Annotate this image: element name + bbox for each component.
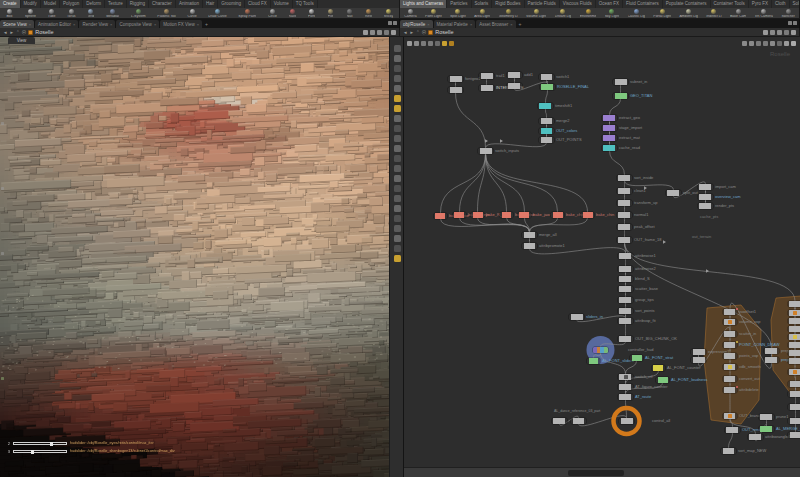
hud-slider-handle[interactable]: [31, 450, 34, 455]
graph-node[interactable]: [618, 286, 633, 292]
display-option-active-icon[interactable]: [394, 95, 401, 102]
shelf-tool-left[interactable]: File: [321, 9, 340, 18]
net-topbar-icon[interactable]: [749, 41, 754, 46]
graph-node[interactable]: [788, 342, 800, 348]
shelf-tool-right[interactable]: Portal Light: [649, 9, 675, 18]
graph-node[interactable]: [619, 418, 634, 424]
shelf-tab-left[interactable]: Model: [41, 0, 60, 8]
network-path-left[interactable]: Roselle: [35, 29, 53, 35]
shelf-tab-right[interactable]: Pyro FX: [749, 0, 772, 8]
pane-tab-close-icon[interactable]: ×: [197, 22, 199, 27]
display-option-icon[interactable]: [394, 135, 401, 142]
shelf-tool-left[interactable]: Rest: [359, 9, 378, 18]
shelf-tab-right[interactable]: Lights and Cameras: [400, 0, 447, 8]
graph-node[interactable]: [551, 212, 564, 218]
node-flag-icon[interactable]: [728, 320, 732, 324]
graph-node[interactable]: [698, 203, 713, 209]
pane-tab-close-icon[interactable]: ×: [470, 22, 472, 27]
shelf-tab-left[interactable]: Cloud FX: [245, 0, 271, 8]
graph-node[interactable]: [602, 115, 617, 121]
graph-node[interactable]: [602, 125, 617, 131]
graph-node[interactable]: [538, 103, 553, 109]
graph-node[interactable]: [788, 418, 800, 424]
shelf-tab-left[interactable]: Deform: [83, 0, 105, 8]
graph-node[interactable]: [453, 212, 466, 218]
pane-split-icon[interactable]: [788, 21, 792, 25]
shelf-tool-left[interactable]: Torus: [61, 9, 81, 18]
snapshot-icon[interactable]: [370, 30, 375, 35]
pane-tab-close-icon[interactable]: ×: [427, 22, 429, 27]
net-topbar-icon[interactable]: [449, 41, 454, 46]
viewport-left-icon[interactable]: [1, 252, 4, 255]
display-option-icon[interactable]: [394, 165, 401, 172]
graph-node[interactable]: [602, 145, 617, 151]
graph-node[interactable]: [618, 276, 633, 282]
network-path-right[interactable]: Roselle: [435, 29, 453, 35]
graph-node[interactable]: [602, 135, 617, 141]
shelf-tool-left[interactable]: Curve: [182, 9, 203, 18]
shelf-tab-right[interactable]: Solid: [790, 0, 799, 8]
pane-tab-close-icon[interactable]: ×: [110, 22, 112, 27]
shelf-tab-right[interactable]: Particle Fluids: [525, 0, 560, 8]
graph-node[interactable]: [593, 347, 608, 353]
graph-node[interactable]: [691, 357, 706, 363]
node-flag-icon[interactable]: [624, 375, 628, 379]
shelf-tab-left[interactable]: Polygon: [60, 0, 83, 8]
shelf-tab-left[interactable]: Grooming: [218, 0, 245, 8]
forward-arrow-icon[interactable]: ►: [409, 28, 413, 37]
display-option-icon[interactable]: [394, 125, 401, 132]
graph-node[interactable]: [723, 309, 737, 315]
graph-node[interactable]: [539, 118, 554, 124]
display-option-icon[interactable]: [394, 155, 401, 162]
node-flag-icon[interactable]: [793, 311, 797, 315]
net-topbar-icon[interactable]: [414, 41, 419, 46]
graph-node[interactable]: [788, 318, 800, 324]
graph-node[interactable]: [618, 308, 633, 314]
graph-node[interactable]: [788, 350, 800, 356]
shelf-tool-right[interactable]: Ambient Lig: [675, 9, 702, 18]
shelf-tool-left[interactable]: Null: [340, 9, 359, 18]
graph-node[interactable]: [652, 365, 665, 371]
graph-node[interactable]: [630, 355, 643, 361]
net-topbar-icon[interactable]: [435, 41, 440, 46]
graph-node[interactable]: [698, 184, 713, 190]
display-option-icon[interactable]: [394, 75, 401, 82]
graph-node[interactable]: [618, 374, 633, 380]
shelf-tool-left[interactable]: Grid: [81, 9, 100, 18]
pane-tab-close-icon[interactable]: ×: [73, 22, 75, 27]
display-option-icon[interactable]: [394, 205, 401, 212]
graph-node[interactable]: [723, 331, 737, 337]
node-flag-icon[interactable]: [728, 365, 732, 369]
network-bottom-box[interactable]: [568, 470, 624, 476]
graph-node[interactable]: [478, 148, 493, 154]
graph-node[interactable]: [613, 93, 628, 99]
shelf-tab-left[interactable]: Animation: [176, 0, 203, 8]
hud-slider-track[interactable]: [13, 450, 67, 453]
shelf-tab-left[interactable]: Hair: [203, 0, 218, 8]
graph-node[interactable]: [723, 387, 737, 393]
graph-node[interactable]: [618, 336, 633, 342]
pane-tab-left[interactable]: Motion FX View×: [160, 20, 202, 28]
shelf-tool-left[interactable]: Font: [302, 9, 321, 18]
display-option-active-icon[interactable]: [394, 255, 401, 262]
graph-node[interactable]: [617, 212, 632, 218]
graph-node[interactable]: [617, 188, 632, 194]
graph-node[interactable]: [788, 310, 800, 316]
shelf-tool-left[interactable]: Metaball: [100, 9, 125, 18]
graph-node[interactable]: [759, 426, 774, 432]
shelf-tool-right[interactable]: VR Camera: [750, 9, 777, 18]
shelf-tab-right[interactable]: Solaris: [472, 0, 493, 8]
dropdown-caret-icon[interactable]: [363, 30, 368, 35]
camera-icon[interactable]: [784, 30, 789, 35]
display-option-icon[interactable]: [394, 55, 401, 62]
graph-node[interactable]: [618, 266, 633, 272]
graph-node[interactable]: [617, 224, 632, 230]
graph-node[interactable]: [540, 84, 555, 90]
display-option-icon[interactable]: [394, 85, 401, 92]
graph-node[interactable]: [759, 414, 774, 420]
camera-icon[interactable]: [384, 30, 389, 35]
forward-arrow-icon[interactable]: ►: [9, 28, 13, 37]
scene-viewport[interactable]: View 2hudslider: /obj/Roselle_eyes/retis…: [0, 37, 403, 477]
shelf-tool-right[interactable]: Spot Light: [446, 9, 470, 18]
graph-node[interactable]: [522, 243, 537, 249]
